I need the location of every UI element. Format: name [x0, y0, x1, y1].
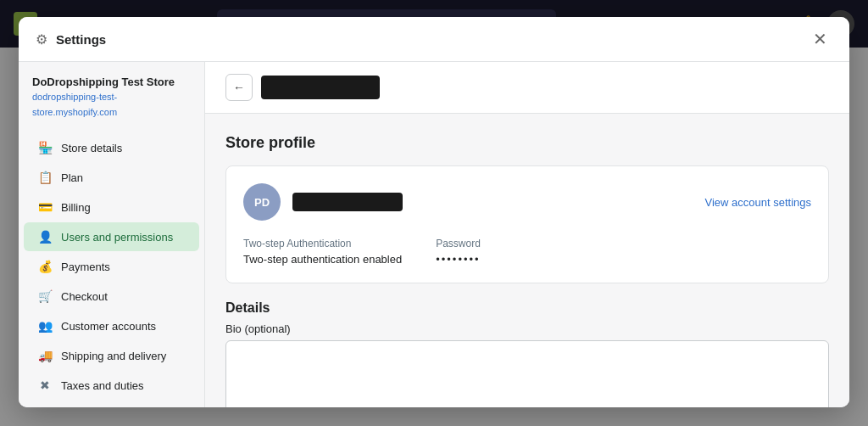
profile-fields: Two-step Authentication Two-step authent…: [243, 238, 811, 266]
close-button[interactable]: ✕: [808, 29, 832, 49]
profile-top: PD View account settings: [243, 183, 811, 221]
modal-overlay: ⚙ Settings ✕ DoDropshipping Test Store d…: [0, 0, 868, 426]
profile-card: PD View account settings Two-step Authen…: [225, 165, 829, 283]
two-step-auth-label: Two-step Authentication: [243, 238, 402, 249]
sidebar-item-shipping-and-delivery[interactable]: 🚚 Shipping and delivery: [24, 341, 199, 370]
profile-avatar: PD: [243, 183, 281, 221]
billing-icon: 💳: [37, 199, 53, 215]
content-body: Store profile PD View account settings T…: [205, 114, 849, 407]
sidebar-item-checkout[interactable]: 🛒 Checkout: [24, 282, 199, 311]
sidebar-item-label: Shipping and delivery: [61, 350, 166, 362]
settings-modal: ⚙ Settings ✕ DoDropshipping Test Store d…: [19, 17, 849, 407]
store-name: DoDropshipping Test Store: [32, 76, 191, 88]
sidebar-item-label: Payments: [61, 261, 110, 273]
sidebar-item-customer-accounts[interactable]: 👥 Customer accounts: [24, 311, 199, 340]
payments-icon: 💰: [37, 259, 53, 274]
page-section-title: Store profile: [225, 134, 829, 152]
password-field: Password ••••••••: [436, 238, 481, 266]
store-url[interactable]: dodropshipping-test-store.myshopify.com: [32, 92, 117, 117]
sidebar-item-taxes-and-duties[interactable]: ✖ Taxes and duties: [24, 371, 199, 400]
sidebar-item-plan[interactable]: 📋 Plan: [24, 163, 199, 192]
modal-body: DoDropshipping Test Store dodropshipping…: [19, 62, 849, 407]
sidebar: DoDropshipping Test Store dodropshipping…: [19, 62, 205, 407]
bio-textarea[interactable]: [225, 340, 829, 407]
modal-title: Settings: [56, 32, 799, 47]
content-header: ←: [205, 62, 849, 114]
customer-accounts-icon: 👥: [37, 318, 53, 334]
sidebar-item-label: Store details: [61, 142, 122, 154]
plan-icon: 📋: [37, 170, 53, 185]
profile-name-bar: [292, 193, 403, 211]
two-step-auth-field: Two-step Authentication Two-step authent…: [243, 238, 402, 266]
sidebar-item-billing[interactable]: 💳 Billing: [24, 193, 199, 221]
settings-gear-icon: ⚙: [36, 31, 47, 48]
details-title: Details: [225, 300, 829, 316]
details-section: Details Bio (optional) You can select fo…: [225, 300, 829, 407]
sidebar-item-label: Users and permissions: [61, 231, 173, 244]
checkout-icon: 🛒: [37, 289, 53, 304]
back-button[interactable]: ←: [225, 74, 253, 101]
modal-header: ⚙ Settings ✕: [19, 17, 849, 62]
two-step-auth-value: Two-step authentication enabled: [243, 253, 402, 266]
sidebar-item-label: Taxes and duties: [61, 379, 144, 392]
sidebar-item-locations[interactable]: 📍 Locations: [24, 401, 199, 407]
view-account-settings-link[interactable]: View account settings: [705, 196, 812, 209]
sidebar-item-label: Customer accounts: [61, 320, 156, 333]
sidebar-item-users-and-permissions[interactable]: 👤 Users and permissions: [24, 222, 199, 251]
main-content: ← Store profile PD View account settings: [205, 62, 849, 407]
bio-label: Bio (optional): [225, 322, 829, 335]
password-value: ••••••••: [436, 253, 481, 266]
taxes-icon: ✖: [37, 378, 53, 393]
shipping-icon: 🚚: [37, 348, 53, 363]
store-details-icon: 🏪: [37, 140, 53, 155]
sidebar-item-payments[interactable]: 💰 Payments: [24, 252, 199, 281]
sidebar-nav: 🏪 Store details 📋 Plan 💳 Billing 👤 Users…: [19, 133, 204, 407]
sidebar-item-label: Checkout: [61, 290, 108, 303]
sidebar-item-label: Billing: [61, 201, 91, 214]
store-info: DoDropshipping Test Store dodropshipping…: [19, 76, 204, 132]
content-title-bar: [261, 76, 380, 99]
password-label: Password: [436, 238, 481, 249]
users-icon: 👤: [37, 229, 53, 244]
sidebar-item-label: Plan: [61, 171, 83, 184]
sidebar-item-store-details[interactable]: 🏪 Store details: [24, 133, 199, 162]
